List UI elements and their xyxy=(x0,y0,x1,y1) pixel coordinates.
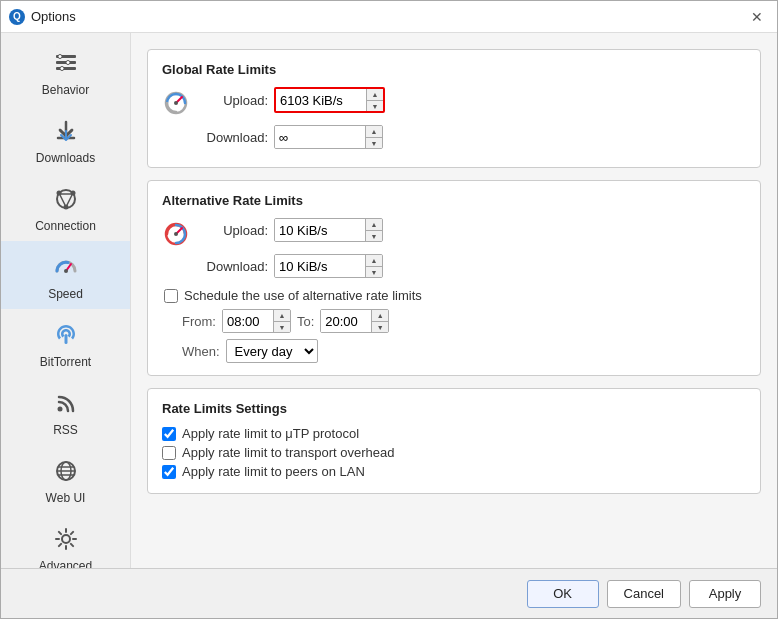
transport-checkbox[interactable] xyxy=(162,446,176,460)
sidebar-item-bittorrent-label: BitTorrent xyxy=(40,355,91,369)
alt-upload-label: Upload: xyxy=(198,223,268,238)
from-time-spinner[interactable]: ▲ ▼ xyxy=(222,309,291,333)
main-content: Behavior Downloads xyxy=(1,33,777,568)
global-upload-decrement[interactable]: ▼ xyxy=(367,100,383,111)
utp-checkbox[interactable] xyxy=(162,427,176,441)
alt-download-row: Download: ▲ ▼ xyxy=(198,254,383,278)
rate-limit-transport-row: Apply rate limit to transport overhead xyxy=(162,445,746,460)
svg-point-7 xyxy=(56,191,61,196)
alt-speed-icon xyxy=(162,220,190,248)
alt-download-decrement[interactable]: ▼ xyxy=(366,266,382,277)
sidebar: Behavior Downloads xyxy=(1,33,131,568)
apply-button[interactable]: Apply xyxy=(689,580,761,608)
rss-icon xyxy=(50,387,82,419)
svg-line-11 xyxy=(60,195,65,205)
cancel-button[interactable]: Cancel xyxy=(607,580,681,608)
sidebar-item-bittorrent[interactable]: BitTorrent xyxy=(1,309,130,377)
transport-label[interactable]: Apply rate limit to transport overhead xyxy=(182,445,394,460)
to-time-increment[interactable]: ▲ xyxy=(372,310,388,321)
to-time-buttons: ▲ ▼ xyxy=(371,310,388,332)
alt-download-input[interactable] xyxy=(275,255,365,277)
svg-point-8 xyxy=(70,191,75,196)
global-upload-spinner[interactable]: ▲ ▼ xyxy=(274,87,385,113)
svg-point-4 xyxy=(66,61,70,65)
schedule-checkbox[interactable] xyxy=(164,289,178,303)
rate-limit-lan-row: Apply rate limit to peers on LAN xyxy=(162,464,746,479)
webui-icon xyxy=(50,455,82,487)
sidebar-item-rss[interactable]: RSS xyxy=(1,377,130,445)
connection-icon xyxy=(50,183,82,215)
global-upload-label: Upload: xyxy=(198,93,268,108)
svg-point-25 xyxy=(174,101,178,105)
close-button[interactable]: ✕ xyxy=(745,5,769,29)
sidebar-item-webui[interactable]: Web UI xyxy=(1,445,130,513)
from-time-input[interactable] xyxy=(223,310,273,332)
to-label: To: xyxy=(297,314,314,329)
sidebar-item-advanced[interactable]: Advanced xyxy=(1,513,130,568)
when-row: When: Every day Weekdays Weekends xyxy=(182,339,746,363)
global-upload-spinner-buttons: ▲ ▼ xyxy=(366,89,383,111)
alt-rate-fields: Upload: ▲ ▼ Download: xyxy=(198,218,383,284)
options-window: Q Options ✕ Behavior xyxy=(0,0,778,619)
lan-label[interactable]: Apply rate limit to peers on LAN xyxy=(182,464,365,479)
svg-rect-2 xyxy=(56,67,76,70)
global-upload-input[interactable] xyxy=(276,89,366,111)
global-rate-row: Upload: ▲ ▼ Download: xyxy=(162,87,746,155)
svg-point-16 xyxy=(57,407,62,412)
sidebar-item-behavior-label: Behavior xyxy=(42,83,89,97)
footer: OK Cancel Apply xyxy=(1,568,777,618)
alt-download-spinner[interactable]: ▲ ▼ xyxy=(274,254,383,278)
global-download-decrement[interactable]: ▼ xyxy=(366,137,382,148)
alt-upload-decrement[interactable]: ▼ xyxy=(366,230,382,241)
from-time-increment[interactable]: ▲ xyxy=(274,310,290,321)
utp-label[interactable]: Apply rate limit to μTP protocol xyxy=(182,426,359,441)
svg-point-3 xyxy=(58,55,62,59)
bittorrent-icon xyxy=(50,319,82,351)
global-download-row: Download: ▲ ▼ xyxy=(198,125,385,149)
when-select[interactable]: Every day Weekdays Weekends xyxy=(226,339,318,363)
title-bar: Q Options ✕ xyxy=(1,1,777,33)
svg-point-28 xyxy=(174,232,178,236)
global-upload-row: Upload: ▲ ▼ xyxy=(198,87,385,113)
from-time-buttons: ▲ ▼ xyxy=(273,310,290,332)
sidebar-item-connection-label: Connection xyxy=(35,219,96,233)
alt-upload-input[interactable] xyxy=(275,219,365,241)
from-label: From: xyxy=(182,314,216,329)
svg-point-22 xyxy=(62,535,70,543)
global-download-label: Download: xyxy=(198,130,268,145)
from-time-decrement[interactable]: ▼ xyxy=(274,321,290,332)
svg-line-12 xyxy=(67,195,72,205)
behavior-icon xyxy=(50,47,82,79)
to-time-spinner[interactable]: ▲ ▼ xyxy=(320,309,389,333)
to-time-input[interactable] xyxy=(321,310,371,332)
lan-checkbox[interactable] xyxy=(162,465,176,479)
sidebar-item-behavior[interactable]: Behavior xyxy=(1,37,130,105)
sidebar-item-connection[interactable]: Connection xyxy=(1,173,130,241)
global-download-spinner-buttons: ▲ ▼ xyxy=(365,126,382,148)
when-label: When: xyxy=(182,344,220,359)
global-download-input[interactable] xyxy=(275,126,365,148)
sidebar-item-speed-label: Speed xyxy=(48,287,83,301)
global-download-spinner[interactable]: ▲ ▼ xyxy=(274,125,383,149)
alt-download-spinner-buttons: ▲ ▼ xyxy=(365,255,382,277)
alt-download-label: Download: xyxy=(198,259,268,274)
sidebar-item-downloads-label: Downloads xyxy=(36,151,95,165)
speed-globe-icon xyxy=(162,89,190,117)
global-rate-fields: Upload: ▲ ▼ Download: xyxy=(198,87,385,155)
window-title: Options xyxy=(31,9,76,24)
to-time-decrement[interactable]: ▼ xyxy=(372,321,388,332)
alternative-rate-limits-title: Alternative Rate Limits xyxy=(162,193,746,208)
schedule-label[interactable]: Schedule the use of alternative rate lim… xyxy=(184,288,422,303)
ok-button[interactable]: OK xyxy=(527,580,599,608)
global-rate-limits-title: Global Rate Limits xyxy=(162,62,746,77)
sidebar-item-speed[interactable]: Speed xyxy=(1,241,130,309)
alt-upload-increment[interactable]: ▲ xyxy=(366,219,382,230)
sidebar-item-downloads[interactable]: Downloads xyxy=(1,105,130,173)
alt-rate-row: Upload: ▲ ▼ Download: xyxy=(162,218,746,284)
global-upload-increment[interactable]: ▲ xyxy=(367,89,383,100)
alt-download-increment[interactable]: ▲ xyxy=(366,255,382,266)
rate-limit-utp-row: Apply rate limit to μTP protocol xyxy=(162,426,746,441)
global-rate-limits-section: Global Rate Limits Upload: xyxy=(147,49,761,168)
global-download-increment[interactable]: ▲ xyxy=(366,126,382,137)
alt-upload-spinner[interactable]: ▲ ▼ xyxy=(274,218,383,242)
